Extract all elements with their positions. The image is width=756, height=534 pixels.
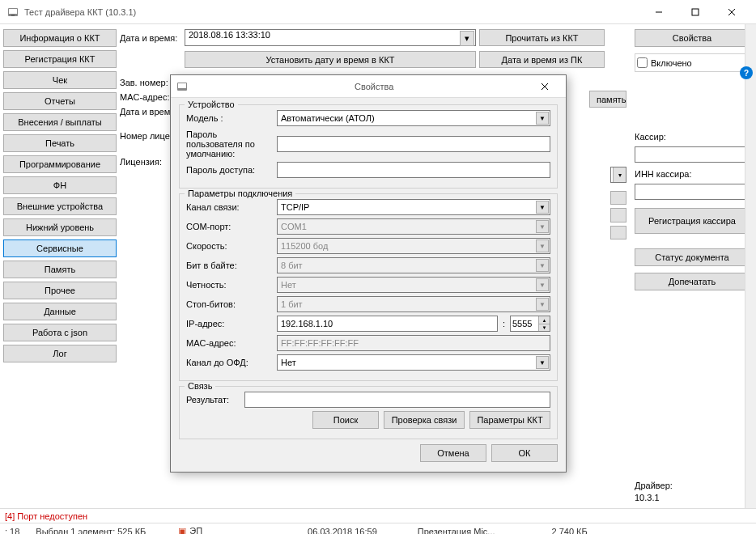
status-text: [4] Порт недоступен bbox=[5, 511, 87, 521]
explorer-strip: : 18 Выбран 1 элемент: 525 КБ ▣ЭП 06.03.… bbox=[0, 523, 756, 534]
datetime-select[interactable]: 2018.08.16 13:33:10 ▾ bbox=[185, 29, 476, 46]
status-bar: [4] Порт недоступен bbox=[0, 508, 756, 523]
window-title: Тест драйвера ККТ (10.3.1) bbox=[24, 7, 640, 17]
access-pass-input[interactable] bbox=[277, 162, 550, 178]
maximize-button[interactable] bbox=[677, 0, 713, 23]
port-spinner[interactable]: ▲▼ bbox=[510, 316, 550, 332]
stopbits-label: Стоп-битов: bbox=[186, 299, 274, 309]
ip-input[interactable] bbox=[277, 316, 498, 332]
register-cashier-button[interactable]: Регистрация кассира bbox=[635, 208, 750, 234]
channel-label: Канал связи: bbox=[186, 202, 274, 212]
chevron-down-icon[interactable]: ▼ bbox=[536, 356, 549, 369]
sidebar-item-registration[interactable]: Регистрация ККТ bbox=[3, 50, 117, 68]
sidebar-item-service[interactable]: Сервисные bbox=[3, 239, 117, 257]
ofd-label: Канал до ОФД: bbox=[186, 358, 274, 367]
parity-select: Нет▼ bbox=[277, 277, 550, 293]
svg-rect-2 bbox=[11, 15, 15, 16]
cashier-input[interactable] bbox=[635, 146, 750, 163]
properties-button[interactable]: Свойства bbox=[635, 29, 750, 47]
right-panel: Свойства Включено Кассир: ИНН кассира: Р… bbox=[628, 24, 756, 508]
close-button[interactable] bbox=[713, 0, 750, 23]
connection-fieldset: Параметры подключения Канал связи: TCP/I… bbox=[179, 193, 558, 381]
memory-button[interactable]: память bbox=[589, 91, 626, 108]
result-input[interactable] bbox=[244, 392, 550, 408]
read-from-kkt-button[interactable]: Прочитать из ККТ bbox=[479, 29, 605, 46]
svg-rect-1 bbox=[9, 9, 17, 14]
search-button[interactable]: Поиск bbox=[312, 411, 379, 429]
help-icon[interactable]: ? bbox=[740, 66, 753, 79]
sidebar-item-info[interactable]: Информация о ККТ bbox=[3, 29, 117, 47]
speed-select: 115200 бод▼ bbox=[277, 238, 550, 254]
dlg-mac-label: MAC-адрес: bbox=[186, 338, 274, 348]
sidebar-item-other[interactable]: Прочее bbox=[3, 282, 117, 299]
link-fieldset: Связь Результат: Поиск Проверка связи Па… bbox=[179, 386, 558, 439]
app-icon bbox=[6, 6, 19, 19]
dialog-title: Свойства bbox=[355, 82, 529, 91]
parity-label: Четность: bbox=[186, 280, 274, 290]
spin-up-icon[interactable]: ▲ bbox=[538, 316, 550, 324]
sidebar-item-memory[interactable]: Память bbox=[3, 261, 117, 278]
sidebar-item-print[interactable]: Печать bbox=[3, 134, 117, 152]
reprint-button[interactable]: Допечатать bbox=[635, 273, 750, 290]
driver-version: Драйвер: 10.3.1 bbox=[635, 480, 750, 503]
chevron-down-icon[interactable]: ▼ bbox=[536, 201, 549, 214]
speed-label: Скорость: bbox=[186, 241, 274, 251]
set-datetime-button[interactable]: Установить дату и время в ККТ bbox=[185, 51, 476, 68]
stopbits-select: 1 бит▼ bbox=[277, 296, 550, 312]
com-select: COM1▼ bbox=[277, 218, 550, 235]
sidebar-item-deposits[interactable]: Внесения / выплаты bbox=[3, 113, 117, 131]
properties-dialog: Свойства Устройство Модель : Автоматичес… bbox=[170, 74, 567, 473]
presentation-icon: ▣ bbox=[178, 526, 186, 534]
device-fieldset: Устройство Модель : Автоматически (АТОЛ)… bbox=[179, 104, 558, 189]
ip-label: IP-адрес: bbox=[186, 319, 274, 328]
chevron-down-icon: ▼ bbox=[536, 278, 549, 291]
sidebar-item-data[interactable]: Данные bbox=[3, 303, 117, 320]
chevron-down-icon[interactable]: ▾ bbox=[460, 31, 474, 46]
sidebar-item-reports[interactable]: Отчеты bbox=[3, 92, 117, 110]
result-label: Результат: bbox=[186, 395, 241, 405]
port-input[interactable] bbox=[511, 316, 538, 331]
sidebar-item-json[interactable]: Работа с json bbox=[3, 324, 117, 341]
user-pass-input[interactable] bbox=[277, 136, 550, 152]
datetime-from-pc-button[interactable]: Дата и время из ПК bbox=[479, 51, 605, 68]
title-bar: Тест драйвера ККТ (10.3.1) bbox=[0, 0, 756, 24]
sidebar: Информация о ККТ Регистрация ККТ Чек Отч… bbox=[0, 24, 120, 508]
chevron-down-icon: ▼ bbox=[536, 239, 549, 252]
dialog-title-bar[interactable]: Свойства bbox=[171, 75, 566, 98]
datetime-label: Дата и время: bbox=[120, 33, 181, 43]
com-label: COM-порт: bbox=[186, 222, 274, 231]
ok-button[interactable]: ОК bbox=[491, 444, 558, 462]
kkt-params-button[interactable]: Параметры ККТ bbox=[469, 411, 550, 429]
cashier-label: Кассир: bbox=[635, 132, 750, 142]
ofd-select[interactable]: Нет▼ bbox=[277, 354, 550, 371]
chevron-down-icon[interactable]: ▼ bbox=[536, 112, 549, 125]
bits-select: 8 бит▼ bbox=[277, 257, 550, 273]
channel-select[interactable]: TCP/IP▼ bbox=[277, 199, 550, 215]
dialog-close-button[interactable] bbox=[529, 75, 561, 97]
sidebar-item-programming[interactable]: Программирование bbox=[3, 155, 117, 173]
sidebar-item-check[interactable]: Чек bbox=[3, 71, 117, 89]
spin-down-icon[interactable]: ▼ bbox=[538, 324, 550, 332]
check-connection-button[interactable]: Проверка связи bbox=[384, 411, 465, 429]
access-pass-label: Пароль доступа: bbox=[186, 165, 274, 175]
chevron-down-icon: ▼ bbox=[536, 298, 549, 311]
dlg-mac-input bbox=[277, 335, 550, 351]
cashier-inn-input[interactable] bbox=[635, 184, 750, 200]
user-pass-label: Пароль пользователя по умолчанию: bbox=[186, 129, 274, 159]
sidebar-item-external[interactable]: Внешние устройства bbox=[3, 197, 117, 215]
sidebar-item-log[interactable]: Лог bbox=[3, 345, 117, 362]
model-select[interactable]: Автоматически (АТОЛ)▼ bbox=[277, 110, 550, 126]
doc-status-button[interactable]: Статус документа bbox=[635, 248, 750, 266]
minimize-button[interactable] bbox=[640, 0, 677, 23]
dialog-icon bbox=[176, 80, 350, 93]
scrollbar[interactable] bbox=[745, 24, 756, 508]
enabled-checkbox[interactable] bbox=[637, 57, 648, 68]
svg-rect-8 bbox=[178, 83, 186, 88]
sidebar-item-lowlevel[interactable]: Нижний уровень bbox=[3, 218, 117, 236]
model-label: Модель : bbox=[186, 113, 274, 123]
sidebar-item-fn[interactable]: ФН bbox=[3, 176, 117, 194]
bits-label: Бит в байте: bbox=[186, 261, 274, 270]
cancel-button[interactable]: Отмена bbox=[420, 444, 486, 462]
enabled-checkbox-row[interactable]: Включено bbox=[635, 53, 750, 72]
cashier-inn-label: ИНН кассира: bbox=[635, 169, 750, 179]
